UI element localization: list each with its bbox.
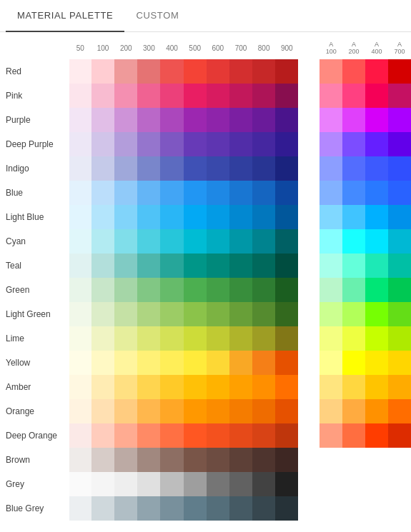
color-cell[interactable] [229,399,252,423]
accent-cell[interactable] [342,59,365,84]
color-cell[interactable] [207,132,229,156]
color-cell[interactable] [229,496,252,521]
accent-cell[interactable] [365,156,388,181]
color-cell[interactable] [207,254,229,278]
color-cell[interactable] [184,375,207,399]
color-cell[interactable] [91,472,114,496]
color-cell[interactable] [160,205,183,229]
color-cell[interactable] [184,132,207,156]
color-cell[interactable] [114,156,137,181]
accent-cell[interactable] [365,84,388,108]
color-cell[interactable] [160,59,183,84]
color-cell[interactable] [69,496,91,521]
accent-cell[interactable] [388,59,411,84]
color-cell[interactable] [229,375,252,399]
accent-cell[interactable] [365,229,388,254]
accent-cell[interactable] [365,254,388,278]
color-cell[interactable] [69,156,91,181]
color-cell[interactable] [160,181,183,205]
color-cell[interactable] [184,326,207,351]
color-cell[interactable] [114,448,137,472]
color-cell[interactable] [207,108,229,132]
color-cell[interactable] [160,375,183,399]
color-cell[interactable] [114,472,137,496]
accent-cell[interactable] [320,59,342,84]
color-cell[interactable] [229,229,252,254]
color-cell[interactable] [137,205,160,229]
color-cell[interactable] [275,302,298,326]
accent-cell[interactable] [388,108,411,132]
accent-cell[interactable] [365,205,388,229]
color-cell[interactable] [207,84,229,108]
color-cell[interactable] [275,59,298,84]
accent-cell[interactable] [342,156,365,181]
color-cell[interactable] [207,351,229,375]
color-cell[interactable] [69,254,91,278]
color-cell[interactable] [114,181,137,205]
accent-cell[interactable] [388,132,411,156]
accent-cell[interactable] [342,132,365,156]
accent-cell[interactable] [342,351,365,375]
color-cell[interactable] [275,156,298,181]
tab-material-palette[interactable]: MATERIAL PALETTE [6,0,124,32]
color-cell[interactable] [184,496,207,521]
color-cell[interactable] [114,278,137,302]
color-cell[interactable] [91,229,114,254]
color-cell[interactable] [184,205,207,229]
color-cell[interactable] [114,205,137,229]
color-cell[interactable] [184,278,207,302]
color-cell[interactable] [160,156,183,181]
accent-cell[interactable] [342,423,365,448]
accent-cell[interactable] [365,132,388,156]
color-cell[interactable] [69,351,91,375]
color-cell[interactable] [160,278,183,302]
color-cell[interactable] [137,472,160,496]
color-cell[interactable] [160,84,183,108]
accent-cell[interactable] [388,156,411,181]
color-cell[interactable] [229,181,252,205]
color-cell[interactable] [252,302,275,326]
color-cell[interactable] [160,302,183,326]
color-cell[interactable] [275,205,298,229]
color-cell[interactable] [184,351,207,375]
color-cell[interactable] [91,84,114,108]
color-cell[interactable] [137,448,160,472]
accent-cell[interactable] [320,254,342,278]
accent-cell[interactable] [388,351,411,375]
color-cell[interactable] [207,156,229,181]
accent-cell[interactable] [320,132,342,156]
color-cell[interactable] [207,423,229,448]
color-cell[interactable] [114,254,137,278]
color-cell[interactable] [69,59,91,84]
color-cell[interactable] [229,132,252,156]
color-cell[interactable] [91,108,114,132]
color-cell[interactable] [184,472,207,496]
accent-cell[interactable] [342,278,365,302]
color-cell[interactable] [160,496,183,521]
color-cell[interactable] [137,59,160,84]
color-cell[interactable] [160,108,183,132]
color-cell[interactable] [184,156,207,181]
color-cell[interactable] [69,205,91,229]
color-cell[interactable] [69,108,91,132]
color-cell[interactable] [91,399,114,423]
color-cell[interactable] [252,59,275,84]
color-cell[interactable] [114,84,137,108]
color-cell[interactable] [229,448,252,472]
accent-cell[interactable] [342,399,365,423]
color-cell[interactable] [252,84,275,108]
accent-cell[interactable] [388,84,411,108]
color-cell[interactable] [252,254,275,278]
color-cell[interactable] [69,375,91,399]
color-cell[interactable] [184,181,207,205]
color-cell[interactable] [137,108,160,132]
color-cell[interactable] [160,326,183,351]
color-cell[interactable] [207,59,229,84]
color-cell[interactable] [184,448,207,472]
color-cell[interactable] [160,423,183,448]
color-cell[interactable] [275,326,298,351]
color-cell[interactable] [207,399,229,423]
accent-cell[interactable] [365,59,388,84]
tab-custom[interactable]: CUSTOM [124,0,190,32]
color-cell[interactable] [229,254,252,278]
